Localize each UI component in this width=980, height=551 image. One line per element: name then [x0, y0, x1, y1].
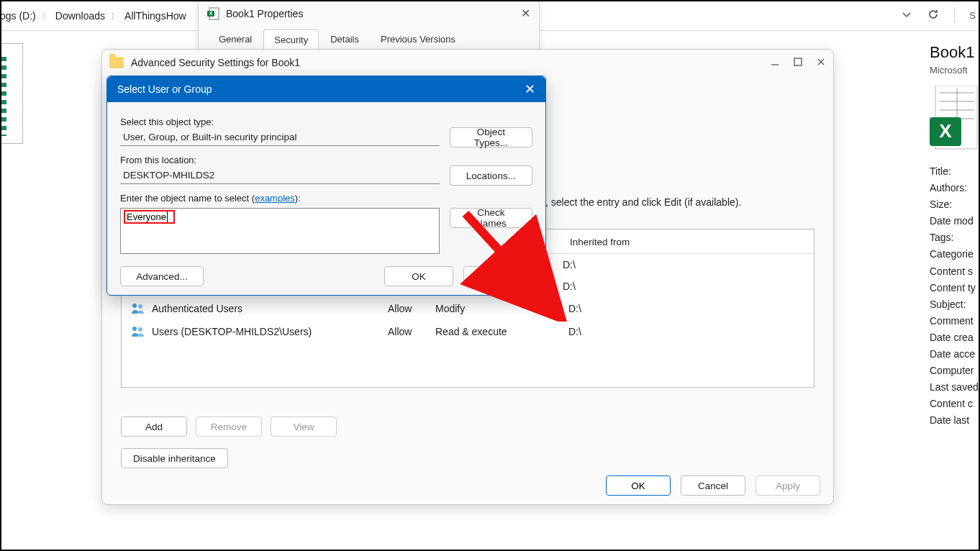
meta-label: Date acce: [930, 346, 980, 363]
chevron-right-icon: 〉: [42, 11, 50, 22]
cell-access: Read & execute: [435, 326, 568, 337]
meta-label: Tags:: [930, 229, 980, 246]
details-title: Book1: [930, 43, 980, 62]
breadcrumb-part[interactable]: ogs (D:): [0, 10, 36, 22]
object-name-input[interactable]: Everyone: [120, 208, 440, 254]
dialog-title: Select User or Group: [117, 83, 212, 95]
svg-rect-4: [794, 58, 802, 65]
object-type-field[interactable]: [120, 129, 440, 146]
meta-label: Title:: [930, 163, 980, 180]
meta-label: Date crea: [930, 329, 980, 346]
cell-access: Modify: [435, 303, 568, 314]
meta-label: Last saved: [930, 379, 980, 396]
permission-row[interactable]: Users (DESKTOP-MHILDS2\Users) Allow Read…: [122, 320, 814, 343]
meta-label: Authors:: [930, 180, 980, 196]
refresh-icon[interactable]: [927, 8, 940, 23]
details-panel: Book1 Microsoft X Title: Authors: Size: …: [930, 43, 980, 429]
tab-details[interactable]: Details: [320, 29, 369, 50]
tab-security[interactable]: Security: [263, 29, 319, 50]
add-button[interactable]: Add: [121, 416, 187, 437]
meta-label: Comment: [930, 313, 980, 329]
svg-text:X: X: [209, 11, 213, 16]
meta-label: Date mod: [930, 213, 980, 229]
permission-row[interactable]: Authenticated Users Allow Modify D:\: [122, 297, 814, 320]
entered-object-name: Everyone: [124, 210, 175, 224]
minimize-icon[interactable]: [770, 57, 780, 69]
object-types-button[interactable]: Object Types...: [450, 127, 532, 147]
separator: [954, 7, 955, 23]
cell-inherited: D:\: [563, 281, 805, 292]
folder-icon: [109, 57, 124, 68]
meta-label: Categorie: [930, 246, 980, 263]
permissions-hint: , select the entry and click Edit (if av…: [545, 196, 741, 208]
apply-button[interactable]: Apply: [756, 475, 820, 496]
meta-label: Content c: [930, 396, 980, 412]
svg-point-8: [138, 327, 142, 332]
view-button[interactable]: View: [271, 416, 337, 437]
cell-principal: Authenticated Users: [152, 303, 388, 314]
svg-text:X: X: [939, 120, 952, 142]
search-icon-partial: S: [969, 10, 976, 21]
advanced-button[interactable]: Advanced...: [120, 266, 204, 286]
cell-principal: Users (DESKTOP-MHILDS2\Users): [152, 326, 388, 337]
column-inherited-from[interactable]: Inherited from: [570, 237, 805, 247]
cell-type: Allow: [388, 303, 435, 314]
label-from-location: From this location:: [120, 155, 532, 165]
meta-label: Size:: [930, 196, 980, 213]
svg-point-7: [132, 327, 137, 331]
users-group-icon: [130, 325, 146, 338]
cell-inherited: D:\: [563, 259, 805, 270]
examples-link[interactable]: examples: [255, 193, 295, 204]
file-thumbnail[interactable]: [0, 43, 23, 144]
breadcrumb-part[interactable]: AllThingsHow: [124, 10, 186, 22]
tab-general[interactable]: General: [209, 29, 262, 50]
excel-file-icon: X: [207, 7, 220, 20]
details-metadata: Title: Authors: Size: Date mod Tags: Cat…: [930, 163, 980, 429]
cell-type: Allow: [388, 326, 435, 337]
cancel-button[interactable]: Cancel: [463, 266, 532, 286]
check-names-button[interactable]: Check Names: [450, 208, 532, 228]
locations-button[interactable]: Locations...: [450, 165, 532, 186]
cell-inherited: D:\: [568, 326, 805, 337]
close-icon[interactable]: [816, 57, 826, 69]
advanced-security-title: Advanced Security Settings for Book1: [131, 57, 300, 68]
disable-inheritance-button[interactable]: Disable inheritance: [121, 448, 228, 468]
tab-previous-versions[interactable]: Previous Versions: [371, 29, 466, 50]
remove-button[interactable]: Remove: [196, 416, 262, 437]
ok-button[interactable]: OK: [384, 266, 453, 286]
label-enter-object-name: Enter the object name to select (example…: [120, 193, 532, 204]
from-location-field[interactable]: [120, 167, 440, 184]
close-icon[interactable]: ✕: [521, 6, 530, 20]
svg-point-6: [138, 304, 142, 309]
meta-label: Content s: [930, 263, 980, 280]
properties-title: Book1 Properties: [226, 8, 303, 19]
meta-label: Computer: [930, 363, 980, 379]
details-subtitle: Microsoft: [930, 65, 980, 76]
chevron-right-icon: 〉: [111, 11, 119, 22]
users-group-icon: [130, 302, 146, 315]
close-icon[interactable]: ✕: [525, 81, 535, 97]
ok-button[interactable]: OK: [606, 475, 671, 496]
cancel-button[interactable]: Cancel: [681, 475, 745, 496]
meta-label: Content ty: [930, 280, 980, 296]
meta-label: Date last: [930, 412, 980, 429]
excel-large-icon: X: [930, 86, 980, 150]
select-user-group-dialog: Select User or Group ✕ Select this objec…: [106, 76, 546, 296]
cell-inherited: D:\: [568, 303, 805, 314]
breadcrumb: ogs (D:) 〉 Downloads 〉 AllThingsHow: [0, 10, 186, 22]
properties-window: X Book1 Properties ✕ General Security De…: [198, 0, 540, 50]
meta-label: Subject:: [930, 296, 980, 313]
label-object-type: Select this object type:: [120, 117, 532, 127]
chevron-down-icon[interactable]: [901, 9, 912, 22]
svg-point-5: [132, 304, 137, 308]
maximize-icon[interactable]: [793, 57, 803, 69]
breadcrumb-part[interactable]: Downloads: [55, 10, 105, 22]
